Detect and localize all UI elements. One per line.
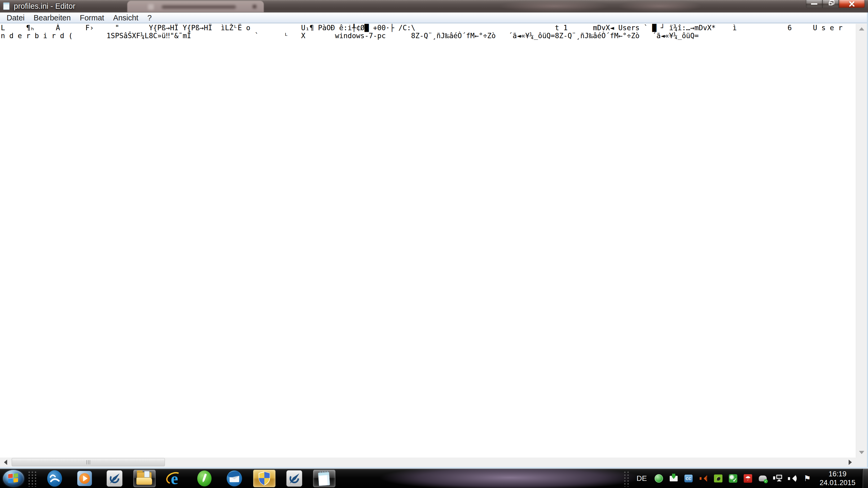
- compass-icon: [106, 470, 123, 487]
- tray-volume-icon[interactable]: [788, 474, 797, 483]
- clock-time: 16:19: [818, 470, 858, 479]
- taskbar-browser-compass-2[interactable]: [286, 470, 303, 487]
- menu-format[interactable]: Format: [75, 13, 109, 23]
- horizontal-scrollbar[interactable]: [0, 457, 856, 467]
- menu-help[interactable]: ?: [143, 13, 156, 23]
- background-browser-tab: [127, 1, 264, 12]
- tray-green-globe-icon[interactable]: [654, 474, 663, 483]
- menubar: Datei Bearbeiten Format Ansicht ?: [0, 13, 868, 23]
- thunderbird-icon: [227, 470, 242, 486]
- tray-network-icon[interactable]: [773, 474, 782, 483]
- text-line-2: n d e r b i r d ( 1SPSâŠXF¼L8C»ü‼"&˜mÎ `…: [0, 32, 856, 40]
- scrollbar-corner: [856, 457, 867, 467]
- tray-action-center-flag-icon[interactable]: ⚑: [803, 474, 812, 483]
- menu-datei[interactable]: Datei: [2, 13, 29, 23]
- arrow-down-icon: [859, 451, 864, 454]
- language-indicator[interactable]: DE: [635, 473, 649, 484]
- tray-updater-icon[interactable]: [728, 474, 738, 483]
- tray-grip[interactable]: [623, 470, 629, 487]
- taskbar-explorer[interactable]: [133, 470, 156, 487]
- start-button[interactable]: [2, 470, 25, 487]
- taskbar-browser-compass[interactable]: [106, 470, 123, 487]
- horizontal-scroll-thumb[interactable]: [12, 458, 165, 466]
- aero-glass-glow: [618, 0, 703, 12]
- tray-mail-download-icon[interactable]: [669, 474, 678, 483]
- titlebar[interactable]: profiles.ini - Editor: [0, 0, 868, 12]
- notepad-window: profiles.ini - Editor Datei Bearbeiten F…: [0, 0, 868, 469]
- background-tab-favicon: [148, 4, 154, 10]
- taskbar: e: [0, 469, 868, 488]
- scroll-right-button[interactable]: [845, 457, 856, 467]
- notepad-icon: [317, 470, 332, 486]
- menu-ansicht[interactable]: Ansicht: [109, 13, 143, 23]
- menu-bearbeiten[interactable]: Bearbeiten: [29, 13, 75, 23]
- tray-speaker-orange-icon[interactable]: [699, 474, 708, 483]
- taskbar-items: e: [46, 470, 333, 487]
- folder-icon: [136, 471, 153, 486]
- internet-explorer-icon: e: [166, 470, 182, 487]
- openoffice-icon: [47, 470, 62, 487]
- taskbar-openoffice[interactable]: [46, 470, 63, 487]
- system-tray: DE CC ☂ ⚑ 16:19 24.01.2015: [623, 470, 860, 487]
- tray-ccleaner-icon[interactable]: CC: [684, 474, 693, 483]
- arrow-left-icon: [4, 460, 7, 465]
- clock[interactable]: 16:19 24.01.2015: [818, 470, 858, 487]
- clock-date: 24.01.2015: [818, 479, 858, 487]
- arrow-right-icon: [849, 460, 852, 465]
- taskbar-draw-app[interactable]: [196, 470, 213, 487]
- scroll-down-button[interactable]: [856, 448, 867, 457]
- media-player-icon: [77, 471, 92, 486]
- background-tab-title-blur: [162, 5, 236, 9]
- vertical-scrollbar[interactable]: [856, 24, 867, 457]
- tray-avira-icon[interactable]: ☂: [743, 474, 752, 483]
- tray-nvidia-icon[interactable]: [714, 474, 723, 483]
- title-group: profiles.ini - Editor: [3, 0, 75, 12]
- minimize-button[interactable]: [806, 0, 823, 8]
- green-draw-icon: [197, 470, 212, 486]
- window-border-right: [867, 12, 868, 469]
- text-line-1: L ¶ₕ À F› " Y{Pß→HÏ Y{Pß→HÏ ìLŽᴸË o U₁¶ …: [0, 24, 856, 32]
- taskbar-thunderbird[interactable]: [226, 470, 243, 487]
- restore-button[interactable]: [823, 0, 839, 8]
- taskbar-internet-explorer[interactable]: e: [166, 470, 183, 487]
- arrow-up-icon: [859, 27, 864, 31]
- scroll-left-button[interactable]: [0, 457, 11, 467]
- window-title: profiles.ini - Editor: [14, 2, 75, 10]
- tray-device-icon[interactable]: [758, 474, 767, 483]
- show-desktop-button[interactable]: [862, 469, 868, 488]
- background-tab-close-icon: [253, 5, 256, 8]
- aero-glass-glow: [498, 0, 610, 12]
- windows-flag-icon: [8, 474, 19, 483]
- taskbar-media-player[interactable]: [76, 470, 93, 487]
- scroll-up-button[interactable]: [856, 24, 867, 34]
- thumb-grip-icon: [86, 460, 90, 464]
- desktop: profiles.ini - Editor Datei Bearbeiten F…: [0, 0, 868, 488]
- minimize-icon: [811, 3, 817, 4]
- taskbar-grip[interactable]: [27, 470, 37, 487]
- taskbar-notepad[interactable]: [313, 470, 335, 487]
- windows-orb-icon: [3, 470, 24, 487]
- compass-icon: [286, 470, 302, 487]
- editor-content[interactable]: L ¶ₕ À F› " Y{Pß→HÏ Y{Pß→HÏ ìLŽᴸË o U₁¶ …: [0, 24, 856, 457]
- window-controls: [806, 0, 865, 8]
- taskbar-uac-prompt[interactable]: [253, 470, 275, 487]
- notepad-document-icon: [3, 2, 10, 10]
- restore-icon: [829, 2, 833, 5]
- uac-shield-icon: [258, 471, 271, 486]
- taskbar-wallpaper-glow: [358, 469, 663, 488]
- close-button[interactable]: [839, 0, 865, 8]
